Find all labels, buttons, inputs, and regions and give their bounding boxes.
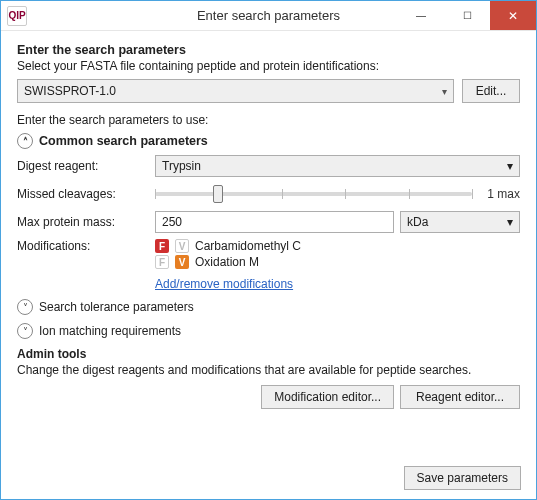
window-controls: — ☐ ✕ bbox=[398, 1, 536, 30]
tolerance-section-header[interactable]: ˅ Search tolerance parameters bbox=[17, 299, 520, 315]
save-parameters-button[interactable]: Save parameters bbox=[404, 466, 521, 490]
digest-select[interactable]: Trypsin ▾ bbox=[155, 155, 520, 177]
modifications-label: Modifications: bbox=[17, 239, 151, 253]
fixed-tag-icon[interactable]: F bbox=[155, 239, 169, 253]
max-mass-input[interactable]: 250 bbox=[155, 211, 394, 233]
variable-tag-icon[interactable]: V bbox=[175, 239, 189, 253]
modification-name: Carbamidomethyl C bbox=[195, 239, 301, 253]
maximize-button[interactable]: ☐ bbox=[444, 1, 490, 30]
modification-row: F V Carbamidomethyl C bbox=[155, 239, 520, 253]
close-button[interactable]: ✕ bbox=[490, 1, 536, 30]
digest-label: Digest reagent: bbox=[17, 159, 151, 173]
modification-editor-button[interactable]: Modification editor... bbox=[261, 385, 394, 409]
admin-subtitle: Change the digest reagents and modificat… bbox=[17, 363, 520, 377]
max-mass-label: Max protein mass: bbox=[17, 215, 151, 229]
chevron-down-icon: ▾ bbox=[507, 159, 513, 173]
modification-row: F V Oxidation M bbox=[155, 255, 520, 269]
page-subtitle: Select your FASTA file containing peptid… bbox=[17, 59, 520, 73]
collapse-down-icon: ˅ bbox=[17, 323, 33, 339]
missed-cleavages-slider[interactable]: 1 max bbox=[155, 183, 520, 205]
tolerance-section-title: Search tolerance parameters bbox=[39, 300, 194, 314]
reagent-editor-button[interactable]: Reagent editor... bbox=[400, 385, 520, 409]
fasta-selected-value: SWISSPROT-1.0 bbox=[24, 84, 116, 98]
footer: Save parameters bbox=[404, 466, 521, 490]
fasta-select[interactable]: SWISSPROT-1.0 ▾ bbox=[17, 79, 454, 103]
max-mass-value: 250 bbox=[162, 215, 182, 229]
fixed-tag-icon[interactable]: F bbox=[155, 255, 169, 269]
admin-heading: Admin tools bbox=[17, 347, 520, 361]
app-icon: QIP bbox=[7, 6, 27, 26]
missed-cleavages-label: Missed cleavages: bbox=[17, 187, 151, 201]
ion-section-header[interactable]: ˅ Ion matching requirements bbox=[17, 323, 520, 339]
fasta-row: SWISSPROT-1.0 ▾ Edit... bbox=[17, 79, 520, 103]
collapse-up-icon: ˄ bbox=[17, 133, 33, 149]
titlebar: QIP Enter search parameters — ☐ ✕ bbox=[1, 1, 536, 31]
chevron-down-icon: ▾ bbox=[507, 215, 513, 229]
missed-cleavages-max: 1 max bbox=[487, 187, 520, 201]
mass-unit-value: kDa bbox=[407, 215, 428, 229]
params-intro: Enter the search parameters to use: bbox=[17, 113, 520, 127]
modification-name: Oxidation M bbox=[195, 255, 259, 269]
digest-value: Trypsin bbox=[162, 159, 201, 173]
common-section-header[interactable]: ˄ Common search parameters bbox=[17, 133, 520, 149]
add-remove-modifications-link[interactable]: Add/remove modifications bbox=[155, 277, 520, 291]
page-heading: Enter the search parameters bbox=[17, 43, 520, 57]
mass-unit-select[interactable]: kDa ▾ bbox=[400, 211, 520, 233]
ion-section-title: Ion matching requirements bbox=[39, 324, 181, 338]
collapse-down-icon: ˅ bbox=[17, 299, 33, 315]
content: Enter the search parameters Select your … bbox=[1, 31, 536, 419]
slider-thumb-icon[interactable] bbox=[213, 185, 223, 203]
minimize-button[interactable]: — bbox=[398, 1, 444, 30]
chevron-down-icon: ▾ bbox=[442, 86, 447, 97]
common-section-title: Common search parameters bbox=[39, 134, 208, 148]
edit-button[interactable]: Edit... bbox=[462, 79, 520, 103]
variable-tag-icon[interactable]: V bbox=[175, 255, 189, 269]
